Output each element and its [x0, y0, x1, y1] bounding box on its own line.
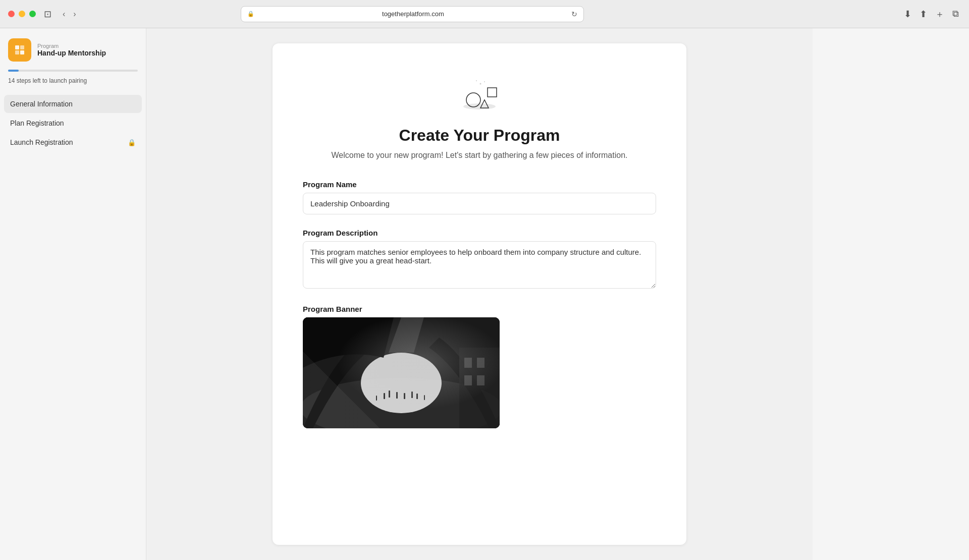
reload-button[interactable]: ↻ — [571, 10, 577, 18]
sidebar-item-launch-registration[interactable]: Launch Registration 🔒 — [4, 133, 142, 151]
sidebar-nav: General Information Plan Registration La… — [0, 93, 146, 153]
tabs-icon[interactable]: ⧉ — [950, 7, 961, 21]
maximize-button[interactable] — [29, 11, 36, 17]
program-banner-image[interactable] — [303, 317, 500, 428]
svg-point-10 — [484, 81, 485, 82]
sidebar: Program Hand-up Mentorship 14 steps left… — [0, 28, 146, 560]
content-area: Create Your Program Welcome to your new … — [146, 28, 813, 560]
lock-icon: 🔒 — [128, 139, 136, 146]
program-banner-label: Program Banner — [303, 305, 656, 313]
program-name-group: Program Name — [303, 180, 656, 214]
sidebar-item-label: Launch Registration — [10, 138, 73, 146]
svg-rect-23 — [464, 358, 472, 368]
minimize-button[interactable] — [19, 11, 25, 17]
sidebar-item-plan-registration[interactable]: Plan Registration — [4, 114, 142, 132]
page-subtitle: Welcome to your new program! Let's start… — [303, 151, 656, 160]
download-icon[interactable]: ⬇ — [902, 7, 913, 22]
sidebar-header: Program Hand-up Mentorship — [0, 28, 146, 70]
svg-point-12 — [303, 378, 500, 428]
svg-point-9 — [476, 80, 477, 81]
svg-rect-16 — [396, 392, 398, 399]
svg-rect-17 — [404, 393, 405, 399]
progress-section: 14 steps left to launch pairing — [0, 70, 146, 93]
progress-bar-fill — [8, 70, 19, 72]
share-icon[interactable]: ⬆ — [918, 7, 929, 22]
program-name-input[interactable] — [303, 193, 656, 214]
svg-point-13 — [361, 353, 442, 413]
new-tab-icon[interactable]: ＋ — [933, 6, 946, 22]
program-description-label: Program Description — [303, 229, 656, 237]
svg-rect-19 — [416, 394, 418, 399]
svg-rect-7 — [488, 88, 497, 97]
sidebar-item-label: General Information — [10, 100, 73, 108]
svg-rect-15 — [389, 390, 390, 398]
program-label: Program — [37, 43, 106, 49]
program-description-group: Program Description This program matches… — [303, 229, 656, 291]
sidebar-item-label: Plan Registration — [10, 119, 64, 127]
svg-rect-18 — [411, 391, 413, 398]
svg-rect-14 — [384, 393, 385, 399]
program-info: Program Hand-up Mentorship — [37, 43, 106, 57]
progress-bar-container — [8, 70, 138, 72]
program-name-label: Program Name — [303, 180, 656, 189]
svg-rect-24 — [477, 358, 484, 368]
traffic-lights — [8, 11, 36, 17]
progress-text: 14 steps left to launch pairing — [8, 77, 87, 84]
forward-button[interactable]: › — [70, 8, 79, 21]
svg-rect-11 — [303, 317, 500, 428]
svg-rect-2 — [15, 50, 19, 54]
illustration — [303, 69, 656, 114]
sidebar-toggle-button[interactable]: ⊡ — [42, 7, 53, 22]
program-description-input[interactable]: This program matches senior employees to… — [303, 241, 656, 289]
content-card: Create Your Program Welcome to your new … — [273, 43, 686, 545]
svg-rect-22 — [459, 348, 500, 428]
page-title: Create Your Program — [303, 126, 656, 145]
banner-image-inner — [303, 317, 500, 428]
toolbar-right: ⬇ ⬆ ＋ ⧉ — [902, 6, 961, 22]
main-layout: Program Hand-up Mentorship 14 steps left… — [0, 28, 969, 560]
svg-rect-20 — [376, 396, 377, 401]
sidebar-item-general-information[interactable]: General Information — [4, 95, 142, 113]
right-panel — [813, 28, 969, 560]
svg-rect-3 — [20, 50, 24, 54]
nav-buttons: ‹ › — [60, 8, 79, 21]
url-text: togetherplatform.com — [257, 10, 568, 18]
svg-rect-26 — [477, 375, 484, 385]
lock-icon: 🔒 — [247, 11, 254, 17]
browser-chrome: ⊡ ‹ › 🔒 togetherplatform.com ↻ ⬇ ⬆ ＋ ⧉ — [0, 0, 969, 28]
svg-rect-1 — [20, 45, 24, 49]
program-icon — [8, 38, 31, 62]
close-button[interactable] — [8, 11, 15, 17]
program-banner-group: Program Banner — [303, 305, 656, 428]
svg-rect-21 — [424, 395, 425, 400]
svg-rect-0 — [15, 45, 19, 49]
back-button[interactable]: ‹ — [60, 8, 68, 21]
address-bar[interactable]: 🔒 togetherplatform.com ↻ — [241, 6, 584, 22]
svg-rect-25 — [464, 375, 472, 385]
program-name: Hand-up Mentorship — [37, 49, 106, 57]
svg-point-8 — [480, 83, 481, 85]
